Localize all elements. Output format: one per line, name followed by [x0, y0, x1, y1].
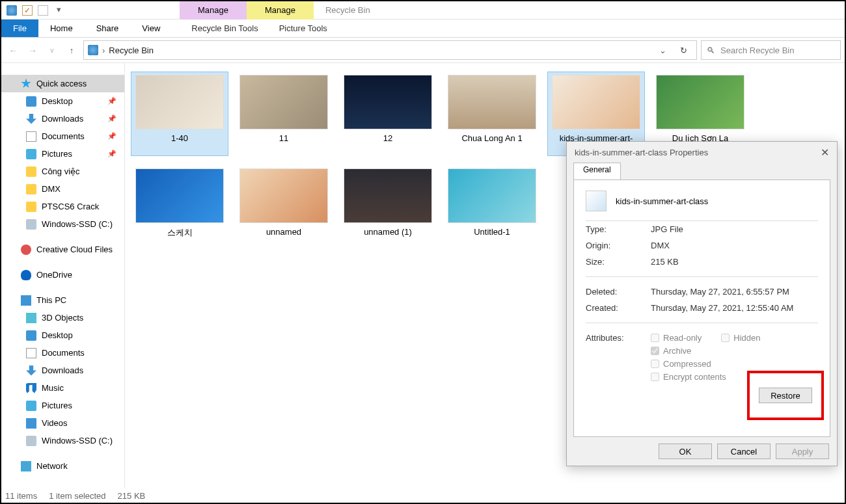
file-item[interactable]: Chua Long An 1	[444, 72, 540, 155]
compressed-checkbox	[651, 360, 659, 368]
thumbnail-image	[448, 75, 536, 129]
properties-check-icon[interactable]: ✓	[22, 5, 33, 16]
sidebar-item-label: Desktop	[42, 330, 73, 340]
address-dropdown-icon[interactable]: ⌄	[655, 46, 670, 55]
recycle-bin-icon	[88, 45, 98, 55]
sidebar-label: Quick access	[36, 79, 87, 88]
sidebar-network[interactable]: Network	[1, 457, 124, 475]
sidebar-item-label: Công việc	[42, 166, 80, 176]
sidebar-item-pictures[interactable]: Pictures📌	[1, 145, 124, 163]
thumbnail-image	[135, 168, 224, 223]
thumbnail-image	[344, 75, 432, 129]
ok-button[interactable]: OK	[659, 444, 712, 459]
sidebar-item-desktop[interactable]: Desktop📌	[1, 92, 124, 110]
sidebar-this-pc[interactable]: This PC	[1, 291, 124, 309]
file-label: 1-40	[171, 133, 188, 143]
close-icon[interactable]: ✕	[821, 146, 829, 159]
quick-access-toolbar: ✓ ▾	[1, 5, 69, 16]
breadcrumb[interactable]: Recycle Bin	[109, 46, 651, 55]
sidebar-item-desktop[interactable]: Desktop	[1, 326, 124, 344]
navigation-row: ← → v ↑ › Recycle Bin ⌄ ↻ 🔍︎ Search Recy…	[1, 38, 845, 63]
tab-home[interactable]: Home	[38, 20, 85, 37]
forward-button[interactable]: →	[25, 42, 40, 58]
filename-field[interactable]: kids-in-summer-art-class	[616, 196, 708, 206]
pic-icon	[26, 149, 36, 159]
sidebar-item-videos[interactable]: Videos	[1, 414, 124, 432]
cancel-button[interactable]: Cancel	[717, 444, 771, 459]
refresh-button[interactable]: ↻	[674, 46, 692, 55]
sidebar-creative-cloud[interactable]: Creative Cloud Files	[1, 241, 124, 258]
file-label: Untitled-1	[474, 227, 510, 237]
sidebar-item-documents[interactable]: Documents📌	[1, 127, 124, 145]
onedrive-icon	[21, 270, 31, 280]
sidebar-item-music[interactable]: Music	[1, 379, 124, 397]
sidebar-item-documents[interactable]: Documents	[1, 344, 124, 362]
file-item[interactable]: 1-40	[131, 72, 228, 155]
thumbnail-image	[656, 75, 744, 129]
attr-archive: Archive	[651, 346, 818, 356]
ctx-tab-picture-tools[interactable]: Manage	[247, 1, 314, 20]
sidebar-item-windows-ssd-c-[interactable]: Windows-SSD (C:)	[1, 215, 124, 233]
sidebar-item-downloads[interactable]: Downloads📌	[1, 110, 124, 127]
sidebar-item-label: Windows-SSD (C:)	[42, 219, 113, 229]
sidebar-label: Network	[36, 461, 68, 471]
back-button[interactable]: ←	[5, 42, 21, 58]
network-icon	[21, 461, 31, 471]
sidebar-label: OneDrive	[36, 270, 72, 280]
ctx-tab-label: Manage	[265, 5, 295, 16]
tab-view[interactable]: View	[130, 20, 172, 37]
tab-recycle-bin-tools[interactable]: Recycle Bin Tools	[185, 20, 264, 37]
prop-created-value: Thursday, May 27, 2021, 12:55:40 AM	[651, 303, 793, 313]
new-document-icon[interactable]	[38, 5, 48, 16]
ctx-tab-recycle-bin-tools[interactable]: Manage	[180, 1, 247, 20]
file-label: unnamed (1)	[364, 227, 412, 237]
folder-icon	[26, 166, 36, 177]
tab-picture-tools[interactable]: Picture Tools	[265, 20, 342, 37]
folder-icon	[26, 184, 36, 194]
sidebar-item-pictures[interactable]: Pictures	[1, 397, 124, 414]
sidebar-quick-access[interactable]: Quick access	[1, 75, 124, 92]
sidebar-item-3d-objects[interactable]: 3D Objects	[1, 309, 124, 326]
file-item[interactable]: unnamed	[236, 166, 332, 241]
star-icon	[21, 79, 31, 89]
doc-icon	[26, 131, 36, 142]
pic-icon	[26, 401, 36, 411]
sidebar-item-c-ng-vi-c[interactable]: Công việc	[1, 163, 124, 180]
search-placeholder: Search Recycle Bin	[720, 46, 794, 55]
status-bar: 11 items 1 item selected 215 KB	[5, 491, 145, 501]
hidden-checkbox	[721, 334, 730, 342]
sidebar-item-windows-ssd-c-[interactable]: Windows-SSD (C:)	[1, 432, 124, 449]
sidebar-item-label: Videos	[42, 418, 68, 428]
monitor-icon	[26, 330, 36, 341]
restore-button[interactable]: Restore	[759, 388, 812, 403]
file-item[interactable]: 11	[236, 72, 332, 155]
qat-dropdown-icon[interactable]: ▾	[53, 5, 64, 16]
file-label: Chua Long An 1	[461, 133, 522, 143]
tab-file[interactable]: File	[1, 20, 38, 37]
breadcrumb-chevron[interactable]: ›	[102, 46, 105, 55]
prop-size-value: 215 KB	[651, 257, 679, 267]
address-bar[interactable]: › Recycle Bin ⌄ ↻	[83, 40, 697, 60]
sidebar-item-downloads[interactable]: Downloads	[1, 362, 124, 379]
sidebar-onedrive[interactable]: OneDrive	[1, 266, 124, 284]
prop-created-label: Created:	[586, 303, 651, 313]
file-item[interactable]: unnamed (1)	[340, 166, 436, 241]
attr-hidden: Hidden	[721, 333, 760, 343]
sidebar-item-label: Pictures	[42, 149, 72, 159]
recent-dropdown[interactable]: v	[44, 42, 60, 58]
tab-general[interactable]: General	[573, 163, 621, 179]
search-box[interactable]: 🔍︎ Search Recycle Bin	[701, 40, 841, 60]
sidebar-label: Creative Cloud Files	[36, 245, 113, 254]
file-item[interactable]: 스케치	[131, 166, 228, 241]
file-item[interactable]: 12	[340, 72, 436, 155]
creative-cloud-icon	[21, 245, 31, 255]
readonly-checkbox	[651, 334, 659, 342]
tab-share[interactable]: Share	[85, 20, 131, 37]
sidebar-item-dmx[interactable]: DMX	[1, 180, 124, 198]
apply-button[interactable]: Apply	[776, 444, 829, 459]
file-item[interactable]: Untitled-1	[444, 166, 540, 241]
sidebar-item-ptscs6-crack[interactable]: PTSCS6 Crack	[1, 198, 124, 215]
thumbnail-image	[135, 75, 224, 129]
up-button[interactable]: ↑	[64, 42, 79, 58]
pin-icon: 📌	[107, 97, 116, 105]
